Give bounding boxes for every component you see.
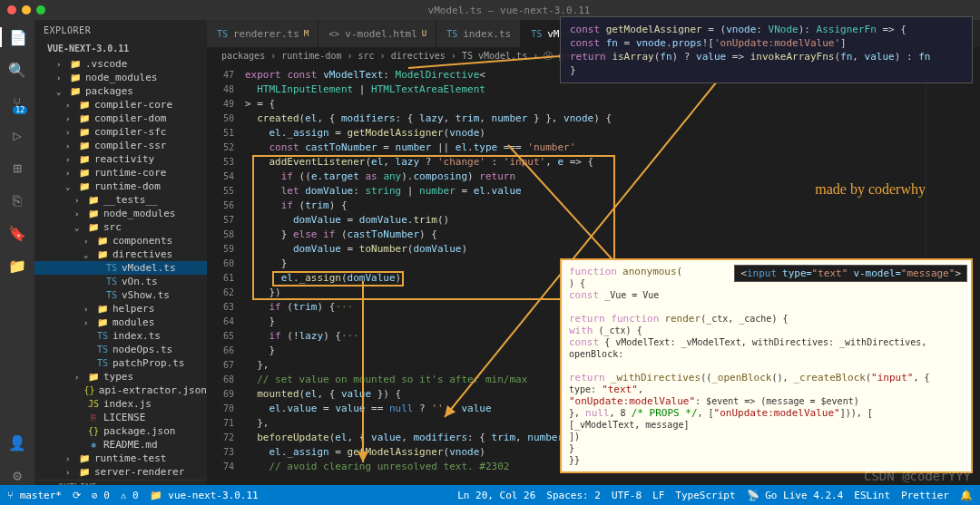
tree-item[interactable]: JSindex.js	[34, 397, 207, 411]
tree-item[interactable]: TSvShow.ts	[34, 288, 207, 302]
status-prettier[interactable]: Prettier	[901, 490, 949, 501]
tree-item[interactable]: ›📁modules	[34, 316, 207, 329]
tree-item[interactable]: ›📁types	[34, 370, 207, 384]
editor-tab[interactable]: TSindex.ts	[436, 20, 521, 47]
search-icon[interactable]: 🔍	[7, 60, 27, 80]
status-errors[interactable]: ⊘ 0	[92, 490, 110, 501]
tree-item[interactable]: ⎘LICENSE	[34, 411, 207, 424]
status-branch[interactable]: ⑂ master*	[7, 490, 62, 501]
tree-item[interactable]: ⌄📁src	[34, 220, 207, 234]
extensions-icon[interactable]: ⊞	[7, 158, 27, 178]
tree-item[interactable]: ⌄📁directives	[34, 248, 207, 261]
tree-item[interactable]: TSpatchProp.ts	[34, 356, 207, 370]
project-name[interactable]: VUE-NEXT-3.0.11	[34, 41, 207, 56]
scm-icon[interactable]: ⑂	[7, 92, 27, 112]
tree-item[interactable]: ›📁helpers	[34, 302, 207, 316]
tree-item[interactable]: {}api-extractor.json	[34, 384, 207, 397]
status-warnings[interactable]: ⚠ 0	[121, 490, 139, 501]
tree-item[interactable]: ›📁compiler-core	[34, 98, 207, 112]
editor-tab[interactable]: <>v-model.htmlU	[318, 20, 436, 47]
status-eslint[interactable]: ESLint	[854, 490, 890, 501]
tree-item[interactable]: TSvOn.ts	[34, 275, 207, 288]
file-tree: ›📁.vscode›📁node_modules⌄📁packages›📁compi…	[34, 56, 207, 480]
tree-item[interactable]: TSnodeOps.ts	[34, 343, 207, 356]
window-controls[interactable]	[7, 5, 45, 15]
bookmark-icon[interactable]: 🔖	[7, 223, 27, 243]
compiled-code-box: function anonymous() {const _Vue = Vuere…	[560, 258, 973, 473]
explorer-icon[interactable]: 📄	[0, 27, 34, 47]
tree-item[interactable]: ›📁node_modules	[34, 71, 207, 84]
tree-item[interactable]: TSvModel.ts	[34, 261, 207, 275]
status-encoding[interactable]: UTF-8	[612, 490, 642, 501]
editor-tab[interactable]: TSrenderer.tsM	[207, 20, 318, 47]
close-icon[interactable]	[7, 5, 16, 15]
line-numbers: 47 48 49 50 51 52 53 54 55 56 57 58 59 6…	[207, 65, 245, 485]
activity-bar: 📄 🔍 ⑂ ▷ ⊞ ⎘ 🔖 📁 👤 ⚙	[0, 20, 34, 485]
tooltip-code-box: const getModelAssigner = (vnode: VNode):…	[560, 16, 973, 83]
tree-item[interactable]: ›📁reactivity	[34, 152, 207, 166]
status-eol[interactable]: LF	[652, 490, 664, 501]
account-icon[interactable]: 👤	[7, 432, 27, 452]
tree-item[interactable]: ⌄📁runtime-dom	[34, 180, 207, 193]
minimize-icon[interactable]	[22, 5, 31, 15]
debug-icon[interactable]: ▷	[7, 125, 27, 145]
tree-item[interactable]: ›📁compiler-ssr	[34, 139, 207, 152]
sidebar-title: EXPLORER	[34, 20, 207, 41]
status-sync[interactable]: ⟳	[73, 490, 81, 501]
status-spaces[interactable]: Spaces: 2	[546, 490, 601, 501]
tree-item[interactable]: ›📁compiler-dom	[34, 112, 207, 125]
tree-item[interactable]: ⌄📁packages	[34, 84, 207, 98]
sidebar-panel[interactable]: › OUTLINE	[34, 480, 207, 485]
tree-item[interactable]: TSindex.ts	[34, 329, 207, 343]
tree-item[interactable]: ›📁.vscode	[34, 57, 207, 71]
status-workspace[interactable]: 📁 vue-next-3.0.11	[150, 490, 259, 501]
tree-item[interactable]: ›📁node_modules	[34, 207, 207, 220]
tree-item[interactable]: ›📁components	[34, 234, 207, 248]
status-lang[interactable]: TypeScript	[675, 490, 735, 501]
status-bar: ⑂ master* ⟳ ⊘ 0 ⚠ 0 📁 vue-next-3.0.11 Ln…	[0, 485, 980, 505]
maximize-icon[interactable]	[36, 5, 45, 15]
tree-item[interactable]: {}package.json	[34, 424, 207, 438]
tree-item[interactable]: ›📁compiler-sfc	[34, 125, 207, 139]
watermark: CSDN @coderYYY	[864, 469, 971, 483]
tree-item[interactable]: ›📁server-renderer	[34, 465, 207, 479]
remote-icon[interactable]: ⎘	[7, 190, 27, 210]
window-title: vModel.ts — vue-next-3.0.11	[45, 5, 973, 16]
input-hint: <input type="text" v-model="message">	[734, 265, 967, 282]
tree-item[interactable]: ✱README.md	[34, 438, 207, 452]
sidebar: EXPLORER VUE-NEXT-3.0.11 ›📁.vscode›📁node…	[34, 20, 207, 485]
status-bell-icon[interactable]: 🔔	[960, 490, 973, 501]
status-position[interactable]: Ln 20, Col 26	[457, 490, 535, 501]
status-golive[interactable]: 📡 Go Live 4.2.4	[747, 490, 844, 501]
gear-icon[interactable]: ⚙	[7, 465, 27, 485]
tree-item[interactable]: ›📁__tests__	[34, 193, 207, 207]
annotation-text: made by coderwhy	[815, 181, 926, 198]
tree-item[interactable]: ›📁runtime-core	[34, 166, 207, 180]
folder-icon[interactable]: 📁	[7, 256, 27, 276]
tree-item[interactable]: ›📁runtime-test	[34, 452, 207, 465]
